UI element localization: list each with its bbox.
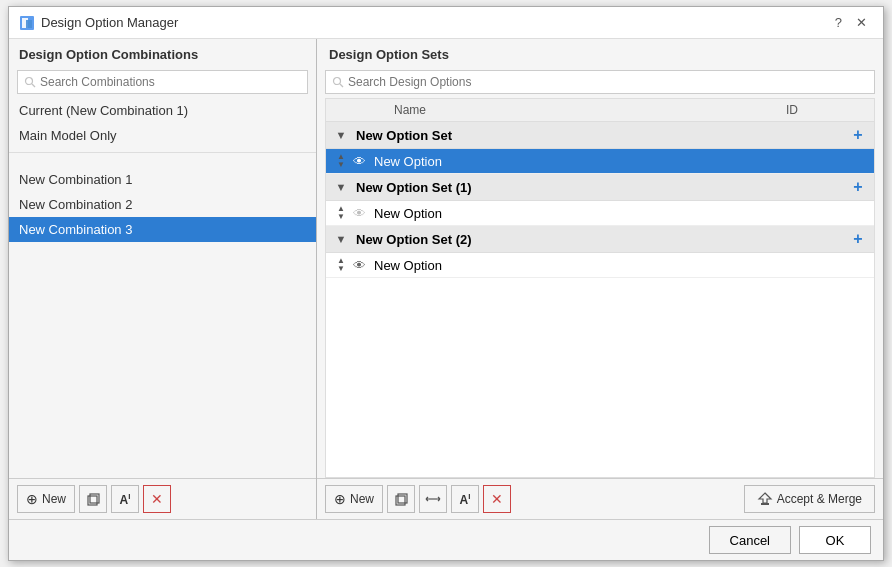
table-header: Name ID [326,99,874,122]
option-set-row[interactable]: ▼ New Option Set (1) + [326,174,874,201]
dialog-icon [19,15,35,31]
combinations-list[interactable]: Current (New Combination 1) Main Model O… [9,98,316,478]
list-item[interactable]: Current (New Combination 1) [9,98,316,123]
right-move-button[interactable] [419,485,447,513]
svg-point-7 [334,78,341,85]
option-label: New Option [368,154,788,169]
svg-rect-9 [396,496,405,505]
right-bottom-toolbar: ⊕ New AI [317,478,883,519]
dialog-footer: Cancel OK [9,519,883,560]
move-arrows: ▲▼ [332,153,350,169]
right-new-button[interactable]: ⊕ New [325,485,383,513]
eye-icon: 👁 [350,154,368,169]
plus-circle-icon: ⊕ [26,491,38,507]
move-arrows: ▲▼ [332,257,350,273]
left-search-box[interactable] [17,70,308,94]
add-option-button[interactable]: + [848,126,868,144]
title-bar: Design Option Manager ? ✕ [9,7,883,39]
col-name-header: Name [334,103,786,117]
option-set-label: New Option Set [350,128,848,143]
duplicate-icon [393,491,409,507]
svg-rect-2 [26,20,32,28]
accept-merge-label: Accept & Merge [777,492,862,506]
left-search-input[interactable] [40,75,301,89]
svg-rect-5 [88,496,97,505]
right-rename-button[interactable]: AI [451,485,479,513]
dialog-body: Design Option Combinations Current (New … [9,39,883,519]
cancel-button[interactable]: Cancel [709,526,791,554]
right-panel: Design Option Sets Name ID ▼ New Option … [317,39,883,519]
left-new-button[interactable]: ⊕ New [17,485,75,513]
option-row-selected[interactable]: ▲▼ 👁 New Option [326,149,874,174]
list-item-selected[interactable]: New Combination 3 [9,217,316,242]
accept-merge-button[interactable]: Accept & Merge [744,485,875,513]
plus-circle-icon: ⊕ [334,491,346,507]
svg-line-4 [32,84,35,87]
add-option-button[interactable]: + [848,230,868,248]
left-duplicate-button[interactable] [79,485,107,513]
eye-icon: 👁 [350,258,368,273]
left-bottom-toolbar: ⊕ New AI ✕ [9,478,316,519]
list-item[interactable]: New Combination 2 [9,192,316,217]
left-panel: Design Option Combinations Current (New … [9,39,317,519]
svg-point-3 [26,78,33,85]
options-table[interactable]: Name ID ▼ New Option Set + ▲▼ 👁 New Opti… [325,98,875,478]
eye-icon: 👁 [350,206,368,221]
option-set-row[interactable]: ▼ New Option Set (2) + [326,226,874,253]
duplicate-icon [85,491,101,507]
ok-button[interactable]: OK [799,526,871,554]
svg-rect-10 [398,494,407,503]
move-arrows: ▲▼ [332,205,350,221]
option-row[interactable]: ▲▼ 👁 New Option [326,253,874,278]
left-rename-button[interactable]: AI [111,485,139,513]
left-delete-button[interactable]: ✕ [143,485,171,513]
accept-merge-icon [757,491,773,507]
add-option-button[interactable]: + [848,178,868,196]
new-label: New [42,492,66,506]
right-search-icon [332,76,344,88]
option-row[interactable]: ▲▼ 👁 New Option [326,201,874,226]
rename-icon: AI [120,492,131,507]
delete-icon: ✕ [151,491,163,507]
svg-rect-12 [761,503,769,505]
right-panel-header: Design Option Sets [317,39,883,66]
help-button[interactable]: ? [829,13,848,32]
option-set-label: New Option Set (2) [350,232,848,247]
option-label: New Option [368,258,788,273]
left-panel-header: Design Option Combinations [9,39,316,66]
close-button[interactable]: ✕ [850,13,873,32]
right-search-input[interactable] [348,75,868,89]
dialog-container: Design Option Manager ? ✕ Design Option … [8,6,884,561]
expand-arrow: ▼ [332,181,350,193]
search-icon [24,76,36,88]
right-duplicate-button[interactable] [387,485,415,513]
expand-arrow: ▼ [332,129,350,141]
list-item[interactable]: Main Model Only [9,123,316,148]
move-icon [425,491,441,507]
rename-icon: AI [460,492,471,507]
new-label: New [350,492,374,506]
option-set-row[interactable]: ▼ New Option Set + [326,122,874,149]
list-item[interactable]: New Combination 1 [9,167,316,192]
col-id-header: ID [786,103,866,117]
option-set-label: New Option Set (1) [350,180,848,195]
right-search-box[interactable] [325,70,875,94]
svg-line-8 [340,84,343,87]
option-label: New Option [368,206,788,221]
svg-rect-6 [90,494,99,503]
delete-icon: ✕ [491,491,503,507]
right-delete-button[interactable]: ✕ [483,485,511,513]
dialog-title: Design Option Manager [41,15,827,30]
expand-arrow: ▼ [332,233,350,245]
